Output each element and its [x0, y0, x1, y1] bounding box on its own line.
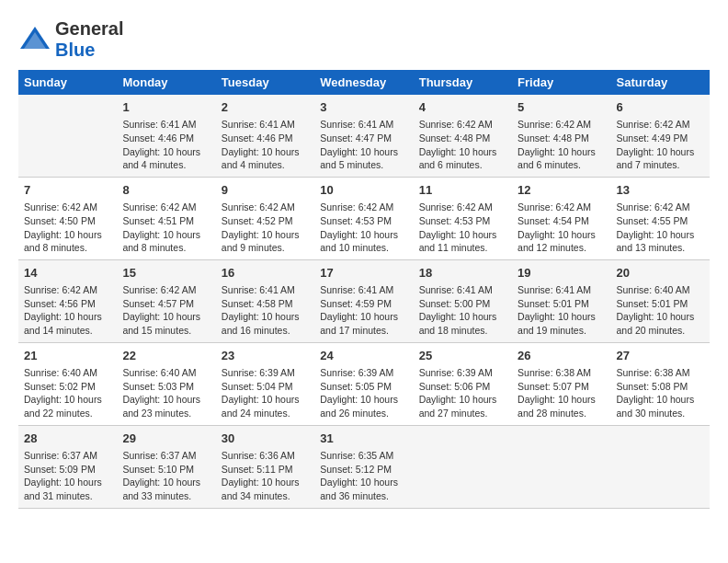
calendar-cell: 11Sunrise: 6:42 AM Sunset: 4:53 PM Dayli… [414, 177, 512, 259]
day-number: 26 [518, 348, 605, 364]
day-content: Sunrise: 6:38 AM Sunset: 5:08 PM Dayligh… [617, 366, 704, 420]
day-number: 8 [122, 182, 210, 199]
calendar-week-row: 21Sunrise: 6:40 AM Sunset: 5:02 PM Dayli… [18, 342, 710, 425]
day-number: 19 [518, 265, 605, 282]
day-content: Sunrise: 6:41 AM Sunset: 4:46 PM Dayligh… [222, 118, 309, 172]
page-header: General Blue [18, 18, 710, 61]
day-content: Sunrise: 6:35 AM Sunset: 5:12 PM Dayligh… [320, 449, 407, 503]
day-content: Sunrise: 6:40 AM Sunset: 5:03 PM Dayligh… [122, 366, 210, 420]
day-number: 28 [24, 431, 111, 447]
day-number: 20 [617, 265, 704, 282]
calendar-cell [18, 95, 117, 177]
calendar-week-row: 28Sunrise: 6:37 AM Sunset: 5:09 PM Dayli… [18, 425, 710, 508]
logo-blue-text: Blue [55, 40, 95, 60]
day-number: 6 [617, 99, 704, 116]
calendar-cell: 8Sunrise: 6:42 AM Sunset: 4:51 PM Daylig… [117, 177, 215, 259]
day-content: Sunrise: 6:37 AM Sunset: 5:09 PM Dayligh… [24, 449, 111, 503]
calendar-cell: 20Sunrise: 6:40 AM Sunset: 5:01 PM Dayli… [611, 259, 710, 342]
day-number: 4 [419, 99, 506, 116]
day-content: Sunrise: 6:42 AM Sunset: 4:57 PM Dayligh… [122, 283, 210, 338]
calendar-cell: 31Sunrise: 6:35 AM Sunset: 5:12 PM Dayli… [314, 425, 413, 508]
calendar-cell: 29Sunrise: 6:37 AM Sunset: 5:10 PM Dayli… [117, 425, 215, 508]
day-content: Sunrise: 6:41 AM Sunset: 4:46 PM Dayligh… [122, 118, 210, 172]
calendar-cell: 2Sunrise: 6:41 AM Sunset: 4:46 PM Daylig… [216, 95, 314, 177]
day-number: 3 [320, 99, 407, 116]
day-content: Sunrise: 6:42 AM Sunset: 4:48 PM Dayligh… [518, 118, 605, 172]
day-number: 25 [419, 348, 506, 364]
calendar-cell: 3Sunrise: 6:41 AM Sunset: 4:47 PM Daylig… [314, 95, 413, 177]
day-content: Sunrise: 6:36 AM Sunset: 5:11 PM Dayligh… [222, 449, 309, 503]
calendar-cell: 6Sunrise: 6:42 AM Sunset: 4:49 PM Daylig… [611, 95, 710, 177]
calendar-cell: 7Sunrise: 6:42 AM Sunset: 4:50 PM Daylig… [18, 177, 117, 259]
day-header-friday: Friday [512, 70, 610, 95]
calendar-cell: 18Sunrise: 6:41 AM Sunset: 5:00 PM Dayli… [414, 259, 512, 342]
day-number: 30 [222, 431, 309, 447]
day-number: 15 [122, 265, 210, 282]
calendar-cell: 15Sunrise: 6:42 AM Sunset: 4:57 PM Dayli… [117, 259, 215, 342]
day-header-monday: Monday [117, 70, 215, 95]
logo-icon [18, 23, 51, 56]
day-content: Sunrise: 6:41 AM Sunset: 4:47 PM Dayligh… [320, 118, 407, 172]
calendar-body: 1Sunrise: 6:41 AM Sunset: 4:46 PM Daylig… [18, 95, 710, 508]
day-number: 1 [122, 99, 210, 116]
day-content: Sunrise: 6:42 AM Sunset: 4:56 PM Dayligh… [24, 283, 111, 338]
day-number: 21 [24, 348, 111, 364]
calendar-week-row: 1Sunrise: 6:41 AM Sunset: 4:46 PM Daylig… [18, 95, 710, 177]
day-content: Sunrise: 6:40 AM Sunset: 5:02 PM Dayligh… [24, 366, 111, 420]
calendar-cell: 22Sunrise: 6:40 AM Sunset: 5:03 PM Dayli… [117, 342, 215, 425]
day-content: Sunrise: 6:42 AM Sunset: 4:52 PM Dayligh… [222, 201, 309, 255]
day-content: Sunrise: 6:42 AM Sunset: 4:54 PM Dayligh… [518, 201, 605, 255]
day-number: 27 [617, 348, 704, 364]
day-number: 2 [222, 99, 309, 116]
day-number: 18 [419, 265, 506, 282]
day-number: 7 [24, 182, 111, 199]
day-content: Sunrise: 6:41 AM Sunset: 4:59 PM Dayligh… [320, 283, 407, 338]
calendar-cell: 4Sunrise: 6:42 AM Sunset: 4:48 PM Daylig… [414, 95, 512, 177]
day-header-tuesday: Tuesday [216, 70, 314, 95]
calendar-cell: 28Sunrise: 6:37 AM Sunset: 5:09 PM Dayli… [18, 425, 117, 508]
day-content: Sunrise: 6:41 AM Sunset: 4:58 PM Dayligh… [222, 283, 309, 338]
calendar-cell: 12Sunrise: 6:42 AM Sunset: 4:54 PM Dayli… [512, 177, 610, 259]
day-content: Sunrise: 6:41 AM Sunset: 5:00 PM Dayligh… [419, 283, 506, 338]
day-content: Sunrise: 6:42 AM Sunset: 4:53 PM Dayligh… [320, 201, 407, 255]
day-number: 14 [24, 265, 111, 282]
day-number: 31 [320, 431, 407, 447]
calendar-table: SundayMondayTuesdayWednesdayThursdayFrid… [18, 70, 710, 509]
calendar-cell: 17Sunrise: 6:41 AM Sunset: 4:59 PM Dayli… [314, 259, 413, 342]
logo-general-text: General [55, 18, 123, 39]
calendar-cell: 14Sunrise: 6:42 AM Sunset: 4:56 PM Dayli… [18, 259, 117, 342]
day-content: Sunrise: 6:37 AM Sunset: 5:10 PM Dayligh… [122, 449, 210, 503]
day-content: Sunrise: 6:39 AM Sunset: 5:05 PM Dayligh… [320, 366, 407, 420]
day-header-thursday: Thursday [414, 70, 512, 95]
calendar-header: SundayMondayTuesdayWednesdayThursdayFrid… [18, 70, 710, 95]
day-content: Sunrise: 6:40 AM Sunset: 5:01 PM Dayligh… [617, 283, 704, 338]
header-row: SundayMondayTuesdayWednesdayThursdayFrid… [18, 70, 710, 95]
day-number: 24 [320, 348, 407, 364]
day-content: Sunrise: 6:42 AM Sunset: 4:55 PM Dayligh… [617, 201, 704, 255]
calendar-cell: 25Sunrise: 6:39 AM Sunset: 5:06 PM Dayli… [414, 342, 512, 425]
day-header-saturday: Saturday [611, 70, 710, 95]
day-header-wednesday: Wednesday [314, 70, 413, 95]
day-number: 16 [222, 265, 309, 282]
calendar-cell: 27Sunrise: 6:38 AM Sunset: 5:08 PM Dayli… [611, 342, 710, 425]
day-number: 12 [518, 182, 605, 199]
day-content: Sunrise: 6:38 AM Sunset: 5:07 PM Dayligh… [518, 366, 605, 420]
day-content: Sunrise: 6:41 AM Sunset: 5:01 PM Dayligh… [518, 283, 605, 338]
day-number: 9 [222, 182, 309, 199]
calendar-cell: 10Sunrise: 6:42 AM Sunset: 4:53 PM Dayli… [314, 177, 413, 259]
calendar-cell: 24Sunrise: 6:39 AM Sunset: 5:05 PM Dayli… [314, 342, 413, 425]
calendar-cell [512, 425, 610, 508]
day-number: 17 [320, 265, 407, 282]
calendar-cell: 23Sunrise: 6:39 AM Sunset: 5:04 PM Dayli… [216, 342, 314, 425]
day-content: Sunrise: 6:42 AM Sunset: 4:50 PM Dayligh… [24, 201, 111, 255]
day-number: 11 [419, 182, 506, 199]
day-content: Sunrise: 6:39 AM Sunset: 5:04 PM Dayligh… [222, 366, 309, 420]
day-number: 13 [617, 182, 704, 199]
calendar-week-row: 7Sunrise: 6:42 AM Sunset: 4:50 PM Daylig… [18, 177, 710, 259]
calendar-cell: 21Sunrise: 6:40 AM Sunset: 5:02 PM Dayli… [18, 342, 117, 425]
calendar-cell: 26Sunrise: 6:38 AM Sunset: 5:07 PM Dayli… [512, 342, 610, 425]
calendar-cell: 16Sunrise: 6:41 AM Sunset: 4:58 PM Dayli… [216, 259, 314, 342]
calendar-cell: 30Sunrise: 6:36 AM Sunset: 5:11 PM Dayli… [216, 425, 314, 508]
day-number: 5 [518, 99, 605, 116]
calendar-cell: 9Sunrise: 6:42 AM Sunset: 4:52 PM Daylig… [216, 177, 314, 259]
